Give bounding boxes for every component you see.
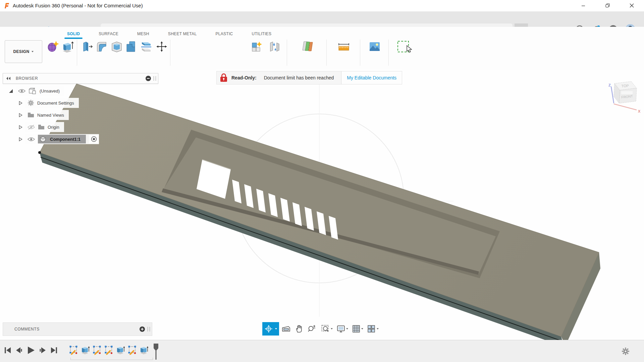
group-separator (326, 40, 327, 66)
tab-sheet-metal[interactable]: SHEET METAL (165, 30, 200, 38)
collapsed-triangle-icon[interactable] (19, 101, 22, 105)
minimize-icon (581, 4, 585, 8)
timeline-track (69, 345, 148, 355)
title-bar: Autodesk Fusion 360 (Personal - Not for … (0, 0, 644, 12)
timeline-sketch-feature[interactable] (128, 345, 137, 355)
collapsed-triangle-icon[interactable] (19, 113, 22, 117)
zoom-button[interactable] (306, 322, 317, 336)
read-only-lock-icon (220, 73, 227, 82)
model-scene (0, 70, 644, 340)
browser-row-root[interactable]: (Unsaved) (9, 86, 64, 96)
timeline-settings-gear-icon[interactable] (621, 347, 630, 356)
tab-surface[interactable]: SURFACE (95, 30, 122, 38)
comments-panel-header[interactable]: COMMENTS (3, 322, 152, 336)
read-only-message: Document limit has been reached (264, 75, 334, 80)
pan-button[interactable] (293, 322, 305, 336)
x-axis-line (614, 104, 637, 110)
timeline-extrude-feature[interactable] (140, 345, 148, 355)
activate-component-radio[interactable] (89, 135, 99, 143)
visibility-eye-icon[interactable] (28, 137, 35, 142)
combine-button[interactable] (125, 40, 138, 53)
orbit-button[interactable] (262, 322, 279, 336)
zoom-window-button[interactable] (321, 325, 333, 333)
new-component-button[interactable] (251, 40, 264, 53)
tab-utilities[interactable]: UTILITIES (249, 30, 275, 38)
browser-row-origin[interactable]: Origin (19, 122, 64, 132)
selected-component-highlight[interactable]: Component1:1 (38, 135, 86, 143)
go-to-start-button[interactable] (4, 346, 11, 354)
step-back-button[interactable] (15, 346, 23, 354)
viewport-canvas[interactable]: BROWSER (Unsaved) (0, 70, 644, 340)
visibility-eye-icon[interactable] (18, 88, 25, 94)
display-settings-button[interactable] (337, 325, 348, 333)
joint-button[interactable] (268, 40, 281, 53)
construct-plane-button[interactable] (301, 40, 314, 53)
shell-button[interactable] (110, 40, 123, 53)
ribbon-tab-bar: SOLID SURFACE MESH SHEET METAL PLASTIC U… (64, 29, 275, 38)
minimize-button[interactable] (576, 0, 591, 11)
tab-solid[interactable]: SOLID (64, 30, 83, 38)
timeline-bar (0, 340, 644, 362)
group-separator (287, 40, 287, 66)
step-forward-button[interactable] (39, 346, 47, 354)
split-body-button[interactable] (140, 40, 153, 53)
close-button[interactable] (624, 0, 639, 11)
view-cube[interactable]: TOP FRONT Z X (599, 79, 643, 119)
collapsed-triangle-icon[interactable] (19, 137, 22, 141)
browser-item-label[interactable]: Document Settings (37, 101, 74, 106)
tab-plastic[interactable]: PLASTIC (212, 30, 236, 38)
grid-and-snaps-button[interactable] (352, 325, 363, 333)
expanded-triangle-icon[interactable] (9, 89, 13, 93)
my-editable-documents-link[interactable]: My Editable Documents (341, 71, 402, 84)
select-button[interactable] (397, 40, 414, 53)
tab-mesh[interactable]: MESH (134, 30, 153, 38)
collapse-panel-icon[interactable] (6, 76, 11, 80)
timeline-extrude-feature[interactable] (116, 345, 125, 355)
read-only-banner: Read-Only: Document limit has been reach… (216, 71, 402, 84)
timeline-extrude-feature[interactable] (81, 345, 90, 355)
insert-image-button[interactable] (368, 40, 381, 53)
visibility-off-eye-icon[interactable] (28, 124, 35, 130)
collapsed-triangle-icon[interactable] (19, 125, 22, 129)
viewports-caret-icon (377, 328, 379, 329)
workspace-selector-button[interactable]: DESIGN (5, 40, 42, 63)
timeline-sketch-feature[interactable] (104, 345, 113, 355)
extrude-button[interactable] (61, 40, 74, 53)
move-copy-button[interactable] (155, 40, 168, 53)
z-axis-label: Z (608, 83, 611, 87)
measure-button[interactable] (337, 40, 350, 53)
timeline-sketch-feature[interactable] (93, 345, 101, 355)
browser-item-label[interactable]: Origin (48, 125, 59, 130)
create-form-button[interactable] (47, 40, 60, 53)
restore-button[interactable] (600, 0, 615, 11)
timeline-sketch-feature[interactable] (69, 345, 78, 355)
play-button[interactable] (26, 346, 36, 355)
group-separator (170, 40, 170, 66)
browser-collapse-all-icon[interactable] (146, 76, 151, 81)
viewports-button[interactable] (367, 325, 379, 333)
browser-item-label[interactable]: Component1:1 (50, 137, 80, 142)
browser-row-document-settings[interactable]: Document Settings (19, 98, 79, 108)
browser-item-label[interactable]: (Unsaved) (40, 88, 60, 94)
group-separator (77, 40, 77, 66)
browser-item-label[interactable]: Named Views (37, 113, 64, 118)
viewcube-top-label[interactable]: TOP (621, 83, 629, 88)
browser-row-component1[interactable]: Component1:1 (19, 134, 99, 144)
browser-row-named-views[interactable]: Named Views (19, 110, 69, 120)
folder-icon (38, 124, 45, 130)
x-axis-label: X (638, 109, 641, 113)
fillet-button[interactable] (95, 40, 108, 53)
restore-icon (605, 3, 610, 8)
go-to-end-button[interactable] (50, 346, 58, 354)
add-comment-icon[interactable] (140, 326, 145, 332)
zoom-window-caret-icon (331, 328, 333, 329)
look-at-button[interactable] (280, 322, 292, 336)
design-document-icon (29, 87, 37, 95)
comments-resize-grip[interactable] (148, 327, 150, 331)
browser-resize-grip[interactable] (154, 76, 156, 81)
timeline-playhead[interactable] (153, 344, 159, 360)
workspace-label: DESIGN (13, 49, 30, 54)
press-pull-button[interactable] (81, 40, 94, 53)
browser-panel-header[interactable]: BROWSER (3, 73, 158, 84)
group-separator (388, 40, 389, 66)
